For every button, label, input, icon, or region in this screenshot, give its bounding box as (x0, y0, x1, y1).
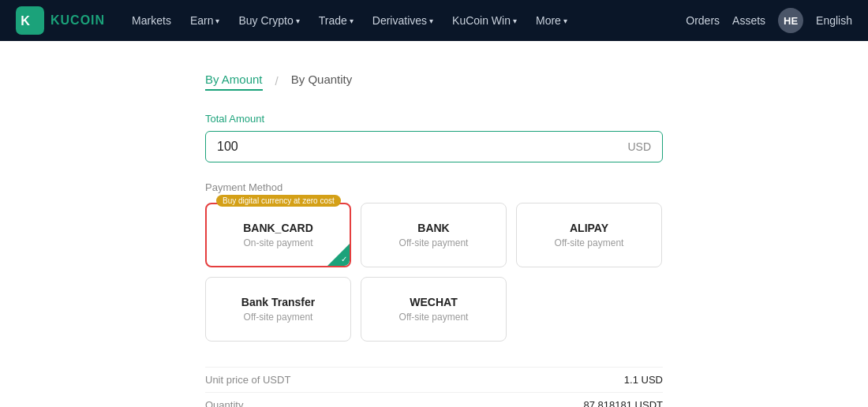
total-amount-label: Total Amount (205, 113, 663, 125)
payment-method-alipay[interactable]: ALIPAY Off-site payment (516, 203, 662, 267)
bank-card-name: BANK_CARD (243, 222, 313, 234)
nav-buy-crypto[interactable]: Buy Crypto▾ (230, 9, 307, 32)
payment-method-wechat[interactable]: WECHAT Off-site payment (361, 277, 507, 342)
assets-button[interactable]: Assets (732, 14, 765, 27)
unit-price-value: 1.1 USD (624, 374, 663, 386)
payment-method-bank-card[interactable]: Buy digital currency at zero cost BANK_C… (205, 203, 351, 267)
quantity-value: 87.818181 USDT (584, 399, 663, 407)
bank-name: BANK (417, 222, 449, 234)
language-selector[interactable]: English (816, 14, 852, 27)
promo-badge: Buy digital currency at zero cost (216, 195, 341, 207)
wechat-sub: Off-site payment (399, 312, 469, 323)
unit-price-label: Unit price of USDT (205, 374, 290, 386)
alipay-name: ALIPAY (570, 222, 608, 234)
currency-label: USD (627, 140, 651, 153)
selected-check: ✓ (327, 244, 350, 266)
nav-links: Markets Earn▾ Buy Crypto▾ Trade▾ Derivat… (124, 9, 667, 32)
nav-markets[interactable]: Markets (124, 9, 179, 32)
main-content: By Amount / By Quantity Total Amount USD… (0, 41, 868, 407)
bank-card-sub: On-site payment (243, 237, 312, 248)
payment-method-bank[interactable]: BANK Off-site payment (361, 203, 507, 267)
logo-text: KUCOIN (51, 13, 105, 28)
unit-price-row: Unit price of USDT 1.1 USD (205, 367, 663, 392)
quantity-label: Quantity (205, 399, 243, 407)
nav-right: Orders Assets HE English (686, 8, 852, 33)
tab-by-amount[interactable]: By Amount (205, 73, 263, 91)
amount-input-wrap: USD (205, 131, 663, 162)
logo[interactable]: K KUCOIN (16, 6, 105, 35)
check-icon: ✓ (341, 255, 347, 263)
orders-button[interactable]: Orders (686, 14, 720, 27)
quantity-row: Quantity 87.818181 USDT (205, 392, 663, 407)
svg-text:K: K (21, 13, 30, 28)
bank-sub: Off-site payment (399, 237, 469, 248)
nav-more[interactable]: More▾ (528, 9, 575, 32)
payment-method-bank-transfer[interactable]: Bank Transfer Off-site payment (205, 277, 351, 342)
tab-divider: / (275, 74, 279, 91)
nav-kucoin-win[interactable]: KuCoin Win▾ (444, 9, 525, 32)
nav-trade[interactable]: Trade▾ (311, 9, 361, 32)
bank-transfer-name: Bank Transfer (241, 296, 315, 308)
payment-method-label: Payment Method (205, 181, 663, 193)
amount-input[interactable] (217, 140, 627, 154)
tab-by-quantity[interactable]: By Quantity (291, 73, 353, 91)
payment-grid: Buy digital currency at zero cost BANK_C… (205, 203, 663, 342)
user-avatar[interactable]: HE (778, 8, 803, 33)
bank-transfer-sub: Off-site payment (244, 312, 313, 323)
nav-earn[interactable]: Earn▾ (182, 9, 228, 32)
tab-row: By Amount / By Quantity (205, 73, 663, 91)
navbar: K KUCOIN Markets Earn▾ Buy Crypto▾ Trade… (0, 0, 868, 41)
wechat-name: WECHAT (410, 296, 457, 308)
alipay-sub: Off-site payment (555, 237, 624, 248)
nav-derivatives[interactable]: Derivatives▾ (365, 9, 441, 32)
